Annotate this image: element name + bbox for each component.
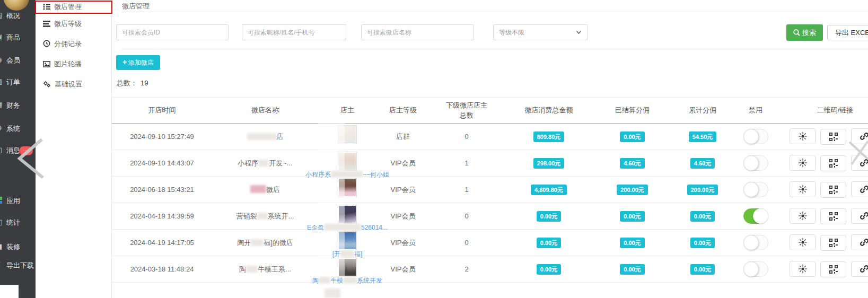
cell-sub-count: 1 — [429, 177, 504, 203]
censored-text — [250, 185, 266, 193]
qr-code-icon — [829, 186, 838, 194]
sidebar-item-orders[interactable]: ▥订单 — [0, 77, 36, 87]
accrued-badge: 0.00元 — [690, 264, 715, 275]
add-store-button[interactable]: +添加微店 — [116, 55, 160, 70]
header-owner: 店主 — [318, 98, 376, 124]
header-disabled: 禁用 — [734, 98, 777, 124]
store-name-search-input[interactable] — [361, 24, 474, 40]
table-row: 2024-04-19 14:39:59 营销裂系统开... E企盈526014.… — [112, 203, 868, 230]
miniprogram-code-icon — [798, 264, 808, 274]
qr-code-icon — [829, 133, 838, 141]
censored-text — [246, 266, 258, 273]
link-button[interactable] — [851, 234, 868, 250]
qr-code-button[interactable] — [820, 129, 846, 145]
disable-toggle[interactable] — [743, 182, 768, 197]
owner-nickname-link[interactable]: E企盈526014... — [307, 223, 388, 232]
qr-code-button[interactable] — [820, 261, 846, 277]
censored-text — [340, 250, 354, 257]
miniprogram-code-button[interactable] — [790, 208, 816, 224]
owner-nickname-link[interactable]: 陶牛模系统开发 — [312, 276, 382, 285]
qr-code-button[interactable] — [820, 235, 846, 251]
search-button[interactable]: 搜索 — [786, 24, 823, 41]
user-avatar[interactable] — [4, 0, 29, 11]
cell-open-time: 2024-09-10 15:27:49 — [112, 124, 212, 150]
link-button[interactable] — [851, 181, 868, 197]
disable-toggle[interactable] — [743, 155, 768, 171]
gear-icon: ⚙ — [0, 124, 4, 133]
link-icon — [860, 132, 868, 141]
miniprogram-code-button[interactable] — [790, 181, 816, 197]
cell-open-time: 2024-03-18 11:48:24 — [112, 256, 212, 283]
censored-text — [251, 239, 264, 246]
member-id-search-input[interactable] — [116, 24, 229, 40]
export-excel-button[interactable]: 导出 EXCEL — [827, 25, 868, 40]
miniprogram-code-button[interactable] — [790, 128, 816, 144]
nickname-search-input[interactable] — [242, 24, 346, 40]
goods-icon: ▣ — [0, 33, 4, 41]
level-select[interactable]: 等级不限 — [493, 24, 588, 40]
submenu-item-store-level[interactable]: 微店等级 — [43, 19, 82, 30]
link-button[interactable] — [851, 261, 868, 277]
qr-code-icon — [829, 159, 838, 168]
sidebar-item-overview[interactable]: ▤概况 — [0, 11, 36, 21]
qr-code-button[interactable] — [820, 208, 846, 224]
sidebar-item-export-downloads[interactable]: ↧导出下载 — [0, 260, 36, 271]
chart-icon: ◫ — [0, 218, 4, 226]
header-open-time: 开店时间 — [112, 98, 212, 124]
accrued-badge: 200.00元 — [687, 185, 718, 195]
header-owner-level: 店主等级 — [376, 98, 429, 124]
submenu-item-image-carousel[interactable]: 图片轮播 — [43, 59, 82, 70]
filters-divider — [122, 49, 868, 49]
cell-store-name: 营销裂系统开... — [212, 203, 318, 230]
qr-code-button[interactable] — [820, 182, 846, 198]
cell-sub-count: 0 — [429, 230, 504, 256]
qr-code-button[interactable] — [820, 155, 846, 171]
cell-sub-count: 2 — [429, 256, 504, 283]
disable-toggle[interactable] — [743, 208, 768, 224]
cell-owner — [318, 177, 376, 203]
member-icon: ◉ — [0, 56, 4, 64]
header-accrued-commission: 累计分佣 — [671, 98, 734, 124]
submenu-item-basic-settings[interactable]: 基础设置 — [43, 80, 82, 90]
disable-toggle[interactable] — [743, 129, 768, 144]
censored-text — [319, 277, 330, 284]
sidebar-item-finance[interactable]: ▦财务 — [0, 100, 36, 111]
link-icon — [860, 158, 868, 168]
owner-nickname-link[interactable]: [开福] — [332, 250, 363, 259]
sidebar-item-apps[interactable]: 应用 — [0, 196, 36, 206]
qr-code-icon — [829, 212, 838, 221]
submenu-item-commission-records[interactable]: 分佣记录 — [43, 39, 82, 50]
miniprogram-code-button[interactable] — [790, 155, 816, 171]
amount-badge: 0.00元 — [537, 264, 561, 275]
owner-nickname-link[interactable]: 小程序系~~何小姐 — [305, 170, 389, 179]
miniprogram-code-button[interactable] — [790, 261, 816, 277]
link-button[interactable] — [851, 155, 868, 171]
miniprogram-code-button[interactable] — [790, 234, 816, 250]
sidebar-item-system[interactable]: ⚙系统 — [0, 124, 36, 134]
cell-owner-level: VIP会员 — [376, 177, 429, 203]
sidebar-item-goods[interactable]: ▣商品 — [0, 32, 36, 43]
link-button[interactable] — [851, 128, 868, 144]
submenu-item-store-manage[interactable]: 微店管理 — [43, 2, 82, 13]
header-store-name: 微店名称 — [212, 98, 318, 124]
cell-owner: 陶牛模系统开发 — [318, 256, 376, 283]
miniprogram-code-icon — [798, 185, 808, 194]
owner-avatar — [338, 152, 357, 171]
cell-store-name: 陶开福]的微店 — [212, 230, 318, 256]
dashboard-icon: ▤ — [0, 11, 4, 20]
owner-avatar — [338, 178, 357, 197]
cell-owner — [318, 124, 376, 150]
table-row: 2024-03-18 11:48:24 陶牛模王系... 陶牛模系统开发 VIP… — [112, 256, 868, 283]
qr-code-icon — [829, 265, 838, 274]
finance-icon: ▦ — [0, 101, 4, 109]
sidebar-item-stats[interactable]: ◫统计 — [0, 217, 36, 228]
censored-text — [258, 160, 269, 166]
header-sub-owners: 下级微店店主总数 — [429, 98, 504, 124]
sidebar-item-decorate[interactable]: ◨装修 — [0, 242, 36, 252]
disable-toggle[interactable] — [743, 235, 768, 250]
link-button[interactable] — [851, 208, 868, 224]
disable-toggle[interactable] — [743, 261, 768, 277]
owner-avatar — [338, 125, 357, 144]
sidebar-item-members[interactable]: ◉会员 — [0, 55, 36, 66]
cell-owner: 小程序系~~何小姐 — [318, 150, 376, 177]
